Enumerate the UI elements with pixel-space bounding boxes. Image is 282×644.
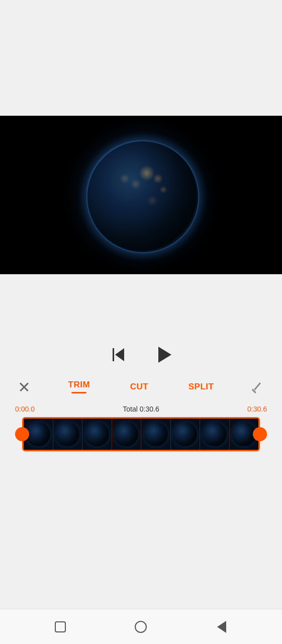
mini-earth-2 xyxy=(55,422,79,446)
square-icon xyxy=(55,621,66,632)
trim-handle-right[interactable] xyxy=(253,427,267,441)
frame-earth-6 xyxy=(171,419,200,450)
film-frame-6 xyxy=(171,419,201,450)
split-tab-label: SPLIT xyxy=(189,382,214,392)
play-button[interactable] xyxy=(154,345,174,365)
playback-controls xyxy=(10,340,272,375)
close-button[interactable] xyxy=(15,378,33,396)
back-triangle-icon xyxy=(217,621,226,633)
tab-bar: TRIM CUT SPLIT xyxy=(10,375,272,396)
tab-split[interactable]: SPLIT xyxy=(183,379,219,394)
check-icon xyxy=(252,382,264,392)
skip-back-icon xyxy=(113,348,124,361)
mini-earth-6 xyxy=(173,422,197,446)
video-thumbnail xyxy=(86,140,197,251)
film-strip-container[interactable] xyxy=(22,417,260,451)
film-frame-5 xyxy=(141,419,171,450)
film-frame-2 xyxy=(53,419,83,450)
film-strip xyxy=(24,419,258,450)
top-spacer xyxy=(0,0,282,116)
frame-earth-5 xyxy=(141,419,170,450)
mini-earth-5 xyxy=(144,422,168,446)
tab-cut[interactable]: CUT xyxy=(125,379,153,394)
timeline-header: 0:00.0 Total 0:30.6 0:30.6 xyxy=(15,405,267,413)
frame-earth-3 xyxy=(82,419,112,450)
time-total: Total 0:30.6 xyxy=(123,405,159,413)
timeline-wrapper xyxy=(22,417,260,451)
close-icon xyxy=(19,381,30,392)
trim-tab-underline xyxy=(71,392,86,393)
frame-earth-2 xyxy=(53,419,82,450)
film-frame-3 xyxy=(82,419,112,450)
time-start: 0:00.0 xyxy=(15,405,35,413)
home-button[interactable] xyxy=(133,619,149,635)
bottom-nav xyxy=(0,609,282,644)
time-end: 0:30.6 xyxy=(247,405,267,413)
video-player xyxy=(0,116,282,274)
trim-tab-label: TRIM xyxy=(68,380,90,390)
cut-tab-label: CUT xyxy=(130,382,148,392)
mini-earth-3 xyxy=(85,422,109,446)
circle-icon xyxy=(135,621,147,633)
film-frame-7 xyxy=(200,419,230,450)
skip-back-button[interactable] xyxy=(109,345,129,365)
frame-earth-4 xyxy=(112,419,141,450)
tab-trim[interactable]: TRIM xyxy=(63,377,96,396)
confirm-button[interactable] xyxy=(249,378,267,396)
trim-handle-left[interactable] xyxy=(15,427,29,441)
back-button[interactable] xyxy=(214,619,230,635)
timeline-area: 0:00.0 Total 0:30.6 0:30.6 xyxy=(10,396,272,457)
controls-area: TRIM CUT SPLIT 0:00.0 Total 0:30.6 0:30.… xyxy=(0,340,282,457)
recent-apps-button[interactable] xyxy=(52,619,68,635)
mini-earth-4 xyxy=(114,422,138,446)
mini-earth-7 xyxy=(203,422,227,446)
film-frame-4 xyxy=(112,419,142,450)
middle-spacer xyxy=(0,274,282,340)
mini-earth-1 xyxy=(26,422,50,446)
frame-earth-7 xyxy=(200,419,229,450)
play-icon xyxy=(158,347,171,363)
